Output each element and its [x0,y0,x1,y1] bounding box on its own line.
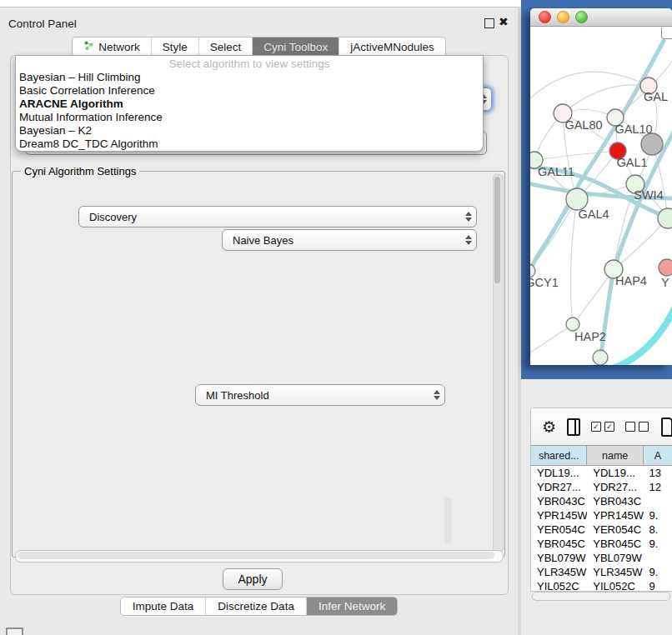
gear-icon[interactable]: ⚙ [542,419,556,435]
dropdown-item-bayesian-hill-climbing[interactable]: Bayesian – Hill Climbing [16,71,483,84]
network-edge[interactable] [530,324,573,352]
tab-discretize-data[interactable]: Discretize Data [205,598,306,615]
split-column-icon[interactable] [567,418,580,436]
table-cell: 8. [644,522,672,537]
table-cell: YBR045C [531,537,587,551]
table-horizontal-scrollbar[interactable] [532,592,670,601]
scroll-corner-box [661,28,672,39]
table-row[interactable]: YBR045CYBR045C9. [531,537,672,551]
network-node[interactable] [593,350,608,365]
stepper-icon [461,230,476,250]
dropdown-item-mutual-information-inference[interactable]: Mutual Information Inference [16,111,483,124]
dropdown-item-basic-correlation-inference[interactable]: Basic Correlation Inference [16,84,483,98]
tab-style[interactable]: Style [151,38,198,56]
table-cell: YDL19... [531,466,587,480]
table-toolbar: ⚙ ✓✓ [531,408,672,445]
control-panel-window: Control Panel ✖ NetworkStyleSelectCyni T… [0,7,521,635]
table-row[interactable]: YIL052CYIL052C9 [531,579,672,592]
deselect-all-icon[interactable] [625,422,649,432]
dropdown-item-bayesian-k2[interactable]: Bayesian – K2 [16,124,483,138]
float-window-icon[interactable] [484,18,494,28]
network-window-titlebar[interactable] [530,8,672,27]
table-cell: YBR045C [587,537,643,551]
table-cell: YLR345W [587,565,643,579]
apply-button[interactable]: Apply [223,568,283,590]
table-cell: YDL19... [587,466,643,480]
table-cell: YER054C [531,522,587,537]
table-cell: 9. [644,508,672,522]
which-threshold-combobox[interactable]: MI Threshold [195,384,445,406]
stepper-icon [461,207,476,227]
control-panel-tabs: NetworkStyleSelectCyni ToolboxjActiveMNo… [0,37,518,57]
tab-jactivemnodules[interactable]: jActiveMNodules [339,38,445,56]
tab-network[interactable]: Network [73,38,151,56]
node-label-gcy1: GCY1 [530,276,559,289]
network-edge[interactable] [610,299,672,365]
minimize-traffic-light-icon[interactable] [557,11,569,23]
node-label-gal4: GAL4 [578,208,609,221]
network-icon [83,40,94,53]
close-icon[interactable]: ✖ [499,15,509,28]
tab-select[interactable]: Select [198,38,253,56]
network-view-window: GALGAL80GAL10GAL1GAL11SWI4GAL4GCY1HAP4YH… [530,8,672,365]
table-cell: 13 [644,466,672,480]
network-graph: GALGAL80GAL10GAL1GAL11SWI4GAL4GCY1HAP4YH… [530,28,672,365]
network-node[interactable] [658,208,672,228]
network-edge[interactable] [570,199,577,324]
column-header-name[interactable]: name [587,446,643,465]
stepper-icon [429,385,444,405]
network-node[interactable] [566,318,579,331]
table-row[interactable]: YDL19...YDL19...13 [531,466,672,480]
table-cell: 12 [644,480,672,494]
dropdown-item-dream8-dc-tdc-algorithm[interactable]: Dream8 DC_TDC Algorithm [16,138,483,151]
table-row[interactable]: YLR345WYLR345W9. [531,565,672,579]
algorithm-dropdown-popup: Select algorithm to view settings Bayesi… [15,55,484,152]
table-row[interactable]: YBL079WYBL079W [531,551,672,565]
control-panel-title: Control Panel [8,18,77,30]
new-table-icon[interactable] [661,418,672,437]
table-cell: YBR043C [531,494,587,508]
attributes-scrollbar[interactable] [444,498,452,544]
column-header-shared[interactable]: shared... [531,446,587,465]
table-rows: YDL19...YDL19...13YDR27...YDR27...12YBR0… [531,466,672,592]
table-row[interactable]: YBR043CYBR043C [531,494,672,508]
table-cell: YDR27... [531,480,587,494]
table-cell: YIL052C [587,579,643,592]
network-edge[interactable] [534,151,618,160]
table-cell [644,494,672,508]
table-cell [644,551,672,565]
dropdown-item-aracne-algorithm[interactable]: ARACNE Algorithm [16,98,483,111]
table-header-row: shared...nameA [531,445,672,466]
tab-infer-network[interactable]: Infer Network [306,598,397,615]
node-label-hap2: HAP2 [574,330,606,343]
settings-horizontal-scrollbar[interactable] [15,550,504,562]
table-row[interactable]: YER054CYER054C8. [531,522,672,537]
node-label-swi4: SWI4 [634,188,663,202]
tab-cyni-toolbox[interactable]: Cyni Toolbox [252,38,339,56]
minimized-window-icon[interactable] [6,628,23,635]
column-header-a[interactable]: A [644,446,672,465]
node-table: ⚙ ✓✓ shared...nameA YDL19...YDL19...13YD… [530,408,672,592]
table-cell: YBL079W [531,551,587,565]
node-label-gal10: GAL10 [614,122,652,136]
cyni-bottom-tabs: Impute DataDiscretize DataInfer Network [0,597,518,616]
node-label-gal: GAL [644,90,668,103]
settings-scrollbar[interactable] [493,174,504,552]
mi-algorithm-type-combobox[interactable]: Naive Bayes [222,229,477,251]
table-row[interactable]: YPR145WYPR145W9. [531,508,672,522]
dropdown-item-list: Bayesian – Hill ClimbingBasic Correlatio… [16,71,483,151]
close-traffic-light-icon[interactable] [539,11,551,23]
table-row[interactable]: YDR27...YDR27...12 [531,480,672,494]
table-cell: 9. [644,537,672,551]
tab-impute-data[interactable]: Impute Data [121,598,206,615]
table-cell: YDR27... [587,480,643,494]
table-cell: YER054C [587,522,643,537]
zoom-traffic-light-icon[interactable] [575,11,588,23]
network-node[interactable] [641,133,663,155]
network-node[interactable] [659,259,672,276]
select-all-icon[interactable]: ✓✓ [591,422,614,432]
network-canvas[interactable]: GALGAL80GAL10GAL1GAL11SWI4GAL4GCY1HAP4YH… [530,28,672,365]
aracne-mode-combobox[interactable]: Discovery [78,206,477,228]
table-cell: YPR145W [531,508,587,522]
node-label-gal1: GAL1 [616,156,647,169]
